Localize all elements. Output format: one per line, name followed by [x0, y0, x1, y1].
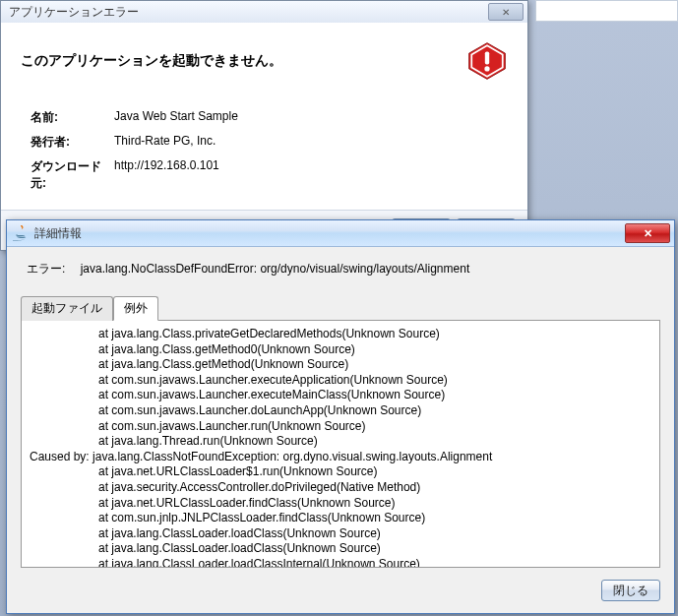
exception-text-area[interactable]: at java.lang.Class.privateGetDeclaredMet… [21, 320, 660, 568]
dialog2-titlebar[interactable]: 詳細情報 ✕ [7, 220, 674, 247]
error-label: エラー: [27, 262, 65, 276]
publisher-label: 発行者: [31, 134, 114, 151]
stacktrace-line: at com.sun.javaws.Launcher.executeMainCl… [30, 388, 651, 403]
name-label: 名前: [31, 109, 114, 126]
detail-info-dialog: 詳細情報 ✕ エラー: java.lang.NoClassDefFoundErr… [6, 219, 675, 614]
stacktrace-line: at java.security.AccessController.doPriv… [30, 480, 651, 496]
tab-launch-file[interactable]: 起動ファイル [21, 296, 113, 321]
close-icon[interactable]: ✕ [488, 3, 524, 21]
stacktrace-line: at java.lang.ClassLoader.loadClassIntern… [30, 557, 651, 568]
dialog1-body: このアプリケーションを起動できません。 名前: Java Web Start S… [1, 23, 527, 210]
info-table: 名前: Java Web Start Sample 発行者: Third-Rat… [31, 109, 508, 192]
stacktrace-line: at com.sun.javaws.Launcher.run(Unknown S… [30, 419, 651, 435]
dialog2-body: エラー: java.lang.NoClassDefFoundError: org… [7, 247, 674, 613]
stacktrace-line: at java.lang.ClassLoader.loadClass(Unkno… [30, 526, 651, 542]
tab-container: 起動ファイル 例外 at java.lang.Class.privateGetD… [21, 295, 660, 568]
stacktrace-line: at java.lang.Class.getMethod(Unknown Sou… [30, 357, 651, 373]
error-headline: このアプリケーションを起動できません。 [21, 52, 282, 70]
svg-point-3 [484, 66, 489, 71]
dialog2-button-row: 閉じる [21, 580, 660, 601]
error-text: java.lang.NoClassDefFoundError: org/dyno… [81, 262, 470, 276]
stacktrace-line: at java.net.URLClassLoader$1.run(Unknown… [30, 464, 651, 480]
stacktrace-line: at java.lang.Class.getMethod0(Unknown So… [30, 342, 651, 358]
stacktrace-line: at com.sun.jnlp.JNLPClassLoader.findClas… [30, 511, 651, 526]
stacktrace-line: at com.sun.javaws.Launcher.executeApplic… [30, 373, 651, 389]
java-icon [13, 225, 29, 241]
publisher-value: Third-Rate PG, Inc. [114, 134, 508, 151]
error-line: エラー: java.lang.NoClassDefFoundError: org… [21, 261, 660, 277]
warning-icon [466, 40, 508, 82]
stacktrace-line: at java.lang.Thread.run(Unknown Source) [30, 434, 651, 450]
close-icon[interactable]: ✕ [625, 223, 670, 243]
svg-rect-2 [485, 51, 489, 64]
stacktrace-line: at com.sun.javaws.Launcher.doLaunchApp(U… [30, 403, 651, 419]
stacktrace-text: at java.lang.Class.privateGetDeclaredMet… [30, 327, 651, 568]
dialog1-title-text: アプリケーションエラー [9, 4, 488, 21]
download-from-label: ダウンロード元: [31, 158, 114, 192]
stacktrace-line: Caused by: java.lang.ClassNotFoundExcept… [30, 450, 651, 465]
stacktrace-line: at java.net.URLClassLoader.findClass(Unk… [30, 496, 651, 512]
close-button[interactable]: 閉じる [601, 580, 660, 601]
tab-exception[interactable]: 例外 [113, 296, 158, 321]
dialog1-titlebar[interactable]: アプリケーションエラー ✕ [1, 1, 527, 23]
stacktrace-line: at java.lang.ClassLoader.loadClass(Unkno… [30, 541, 651, 557]
background-window-remnant [535, 0, 678, 22]
name-value: Java Web Start Sample [114, 109, 508, 126]
application-error-dialog: アプリケーションエラー ✕ このアプリケーションを起動できません。 名前: Ja… [0, 0, 528, 251]
stacktrace-line: at java.lang.Class.privateGetDeclaredMet… [30, 327, 651, 342]
download-from-value: http://192.168.0.101 [114, 158, 508, 192]
dialog2-title-text: 詳細情報 [34, 225, 625, 242]
tab-strip: 起動ファイル 例外 [21, 295, 660, 320]
